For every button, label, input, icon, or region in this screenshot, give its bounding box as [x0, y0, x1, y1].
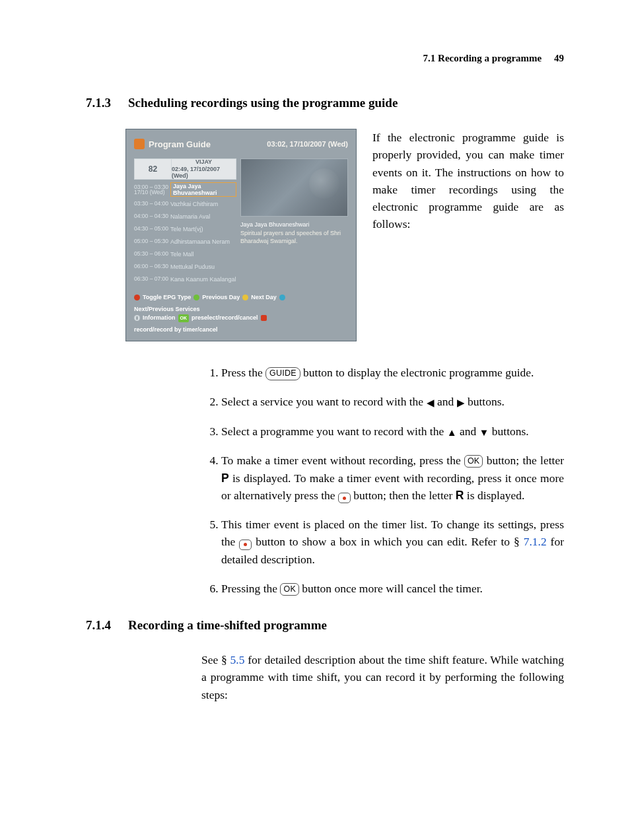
epg-programme-row: 06:30 – 07:00Kana Kaanum Kaalangal — [134, 273, 236, 285]
guide-button: GUIDE — [265, 367, 300, 380]
steps-block: Press the GUIDE button to display the el… — [201, 364, 564, 597]
yellow-dot-icon — [242, 295, 248, 300]
epg-programme-meta: Jaya Jaya Bhuvaneshwari Spiritual prayer… — [240, 221, 348, 246]
section-number: 7.1.3 — [86, 96, 128, 110]
footer-prev: Previous Day — [202, 293, 240, 302]
epg-programme-row: 05:30 – 06:00Tele Mall — [134, 248, 236, 260]
step-4: To make a timer event without recording,… — [221, 452, 564, 504]
letter-p: P — [221, 472, 229, 485]
info-dot-icon: i — [134, 315, 140, 321]
right-arrow-icon: ▶ — [457, 398, 465, 408]
epg-titlebar: Program Guide 03:02, 17/10/2007 (Wed) — [134, 136, 348, 152]
step-1: Press the GUIDE button to display the el… — [221, 364, 564, 381]
epg-channel-number: 82 — [134, 158, 172, 180]
step-6: Pressing the OK button once more will ca… — [221, 580, 564, 597]
epg-title: Program Guide — [149, 139, 263, 149]
left-arrow-icon: ◀ — [427, 398, 435, 408]
step-2: Select a service you want to record with… — [221, 393, 564, 411]
epg-video-preview — [240, 158, 348, 217]
epg-programme-list: 03:00 – 03:3017/10 (Wed)Jaya Jaya Bhuvan… — [134, 182, 236, 285]
epg-row-time: 04:00 – 04:30 — [134, 213, 170, 219]
section-number: 7.1.4 — [86, 618, 128, 633]
step-5: This timer event is placed on the timer … — [221, 516, 564, 568]
section-heading-713: 7.1.3 Scheduling recordings using the pr… — [86, 96, 564, 110]
epg-current-service: VIJAY 02:49, 17/10/2007 (Wed) — [172, 158, 236, 180]
epg-row-title: Tele Mall — [170, 251, 236, 258]
record-button-icon — [338, 493, 351, 503]
ok-chip-icon: OK — [178, 314, 190, 323]
up-arrow-icon: ▲ — [447, 427, 457, 438]
epg-meta-desc: Spiritual prayers and speeches of Shri B… — [240, 229, 348, 246]
footer-preselect: preselect/record/cancel — [192, 314, 258, 323]
epg-left-column: 82 VIJAY 02:49, 17/10/2007 (Wed) 03:00 –… — [134, 158, 236, 285]
green-dot-icon — [193, 295, 199, 300]
epg-row-time: 03:30 – 04:00 — [134, 201, 170, 207]
letter-r: R — [456, 489, 464, 502]
epg-programme-row: 04:00 – 04:30Nalamaria Aval — [134, 210, 236, 223]
ok-button: OK — [464, 455, 483, 468]
footer-next: Next Day — [251, 293, 277, 302]
epg-row-title: Tele Mart(vj) — [170, 226, 236, 232]
epg-row-time: 04:30 – 05:00 — [134, 226, 170, 232]
epg-footer: Toggle EPG Type Previous Day Next Day Ne… — [134, 293, 348, 334]
epg-programme-row: 05:00 – 05:30Adhirstamaana Neram — [134, 235, 236, 248]
page: 7.1 Recording a programme 49 7.1.3 Sched… — [0, 0, 630, 743]
section-714-body: See § 5.5 for detailed description about… — [201, 651, 564, 703]
section-title: Scheduling recordings using the programm… — [128, 96, 398, 110]
programme-guide-figure: Program Guide 03:02, 17/10/2007 (Wed) 82… — [125, 129, 357, 341]
ok-button: OK — [280, 583, 298, 596]
epg-right-column: Jaya Jaya Bhuvaneshwari Spiritual prayer… — [240, 158, 348, 285]
epg-programme-row: 06:00 – 06:30Mettukal Pudusu — [134, 260, 236, 273]
epg-programme-row: 03:00 – 03:3017/10 (Wed)Jaya Jaya Bhuvan… — [134, 182, 236, 197]
red-dot-icon — [134, 295, 140, 300]
intro-paragraph: If the electronic programme guide is pro… — [372, 129, 564, 233]
epg-row-time: 05:00 – 05:30 — [134, 238, 170, 244]
epg-row-time: 06:30 – 07:00 — [134, 276, 170, 282]
epg-row-title: Vazhkai Chithiram — [170, 201, 236, 207]
section-title: Recording a time-shifted programme — [128, 618, 327, 633]
epg-window: Program Guide 03:02, 17/10/2007 (Wed) 82… — [125, 129, 357, 341]
epg-programme-row: 03:30 – 04:00Vazhkai Chithiram — [134, 197, 236, 210]
section-heading-714: 7.1.4 Recording a time-shifted programme — [86, 618, 564, 633]
epg-app-icon — [134, 139, 145, 149]
epg-row-title: Kana Kaanum Kaalangal — [170, 276, 236, 283]
cyan-dot-icon — [279, 295, 285, 300]
footer-np-services: Next/Previous Services — [134, 305, 200, 314]
epg-footer-line-1: Toggle EPG Type Previous Day Next Day Ne… — [134, 293, 348, 314]
running-section: 7.1 Recording a programme — [423, 53, 542, 63]
epg-header-row: 82 VIJAY 02:49, 17/10/2007 (Wed) — [134, 158, 236, 180]
footer-rec: record/record by timer/cancel — [134, 326, 218, 335]
link-5-5[interactable]: 5.5 — [230, 653, 245, 666]
link-7-1-2[interactable]: 7.1.2 — [524, 535, 547, 548]
figure-row: Program Guide 03:02, 17/10/2007 (Wed) 82… — [86, 129, 564, 341]
epg-service-name: VIJAY — [195, 158, 212, 165]
epg-row-title: Adhirstamaana Neram — [170, 238, 236, 245]
epg-row-title: Jaya Jaya Bhuvaneshwari — [170, 182, 236, 197]
footer-toggle: Toggle EPG Type — [143, 293, 191, 302]
epg-row-time: 05:30 – 06:00 — [134, 251, 170, 257]
step-3: Select a programme you want to record wi… — [221, 423, 564, 440]
footer-info: Information — [143, 314, 176, 323]
epg-footer-line-2: i Information OK preselect/record/cancel… — [134, 314, 348, 334]
epg-row-title: Mettukal Pudusu — [170, 263, 236, 270]
epg-header-date: 03:02, 17/10/2007 (Wed) — [267, 140, 348, 148]
down-arrow-icon: ▼ — [479, 427, 489, 438]
record-button-icon — [239, 540, 252, 550]
epg-current-time: 02:49, 17/10/2007 (Wed) — [172, 166, 236, 180]
epg-meta-title: Jaya Jaya Bhuvaneshwari — [240, 221, 348, 229]
epg-row-time: 03:00 – 03:3017/10 (Wed) — [134, 184, 170, 195]
epg-programme-row: 04:30 – 05:00Tele Mart(vj) — [134, 223, 236, 235]
epg-body: 82 VIJAY 02:49, 17/10/2007 (Wed) 03:00 –… — [134, 158, 348, 285]
steps-list: Press the GUIDE button to display the el… — [201, 364, 564, 597]
epg-row-time: 06:00 – 06:30 — [134, 263, 170, 269]
running-head: 7.1 Recording a programme 49 — [86, 53, 564, 64]
record-chip-icon — [261, 315, 267, 321]
page-number: 49 — [554, 53, 564, 63]
epg-row-title: Nalamaria Aval — [170, 213, 236, 220]
